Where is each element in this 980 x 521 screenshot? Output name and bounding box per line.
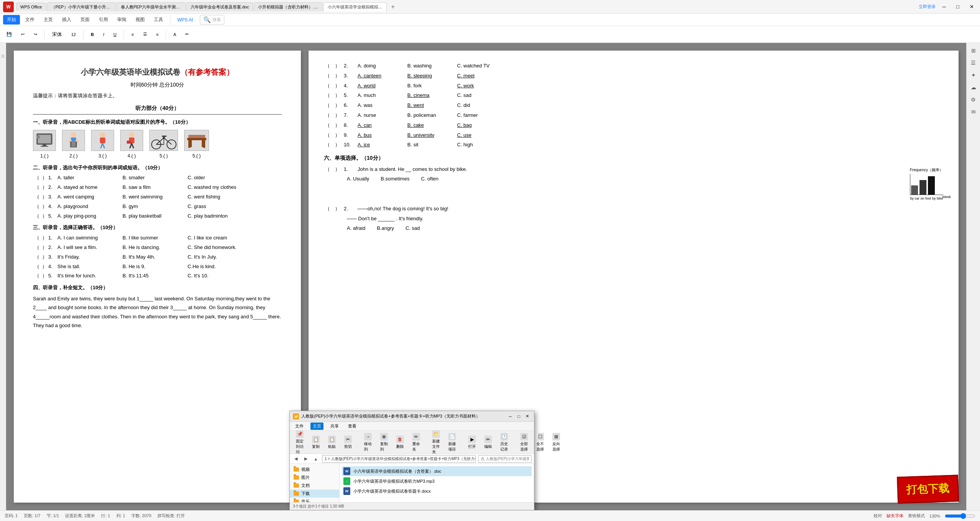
q1-image-1: 1.( ) xyxy=(33,130,56,160)
fm-new-item-btn[interactable]: 📄 新建项目 xyxy=(445,431,459,454)
download-badge-text: 打包下载 xyxy=(906,481,949,497)
fm-open-btn[interactable]: ▶ 打开 xyxy=(465,434,479,451)
toolbar-bold-btn[interactable]: B xyxy=(87,30,97,39)
right-icon-2[interactable]: ☰ xyxy=(969,58,978,67)
svg-point-27 xyxy=(163,137,165,139)
fm-sidebar-videos[interactable]: 视频 xyxy=(290,465,339,473)
fm-history-btn[interactable]: 🕐 历史记录 xyxy=(497,431,511,454)
svg-rect-12 xyxy=(100,138,105,143)
fm-paste-btn[interactable]: 📋 粘贴 xyxy=(325,434,339,451)
fm-rename-btn[interactable]: ✏ 重命名 xyxy=(409,431,423,454)
fm-close-button[interactable]: ✕ xyxy=(523,413,531,420)
fm-invert-select-btn[interactable]: ⊞ 反向选择 xyxy=(549,431,563,454)
close-button[interactable]: ✕ xyxy=(966,2,977,12)
title-tab-4[interactable]: 六年级毕业会考试卷及答案.doc xyxy=(186,2,253,11)
svg-line-24 xyxy=(164,138,172,144)
status-proofread[interactable]: 校对 xyxy=(874,513,882,519)
maximize-button[interactable]: □ xyxy=(952,2,963,12)
right-icon-6[interactable]: ✉ xyxy=(969,107,978,116)
menu-item-start[interactable]: 开始 xyxy=(3,15,20,25)
fm-edit-label: 编辑 xyxy=(484,444,492,449)
status-col: 列: 1 xyxy=(116,513,125,519)
fm-pin-access-btn[interactable]: 📌 固定到访问 xyxy=(293,429,307,456)
fm-delete-btn[interactable]: 🗑 删除 xyxy=(393,434,407,451)
fm-maximize-button[interactable]: □ xyxy=(515,413,523,420)
status-missing-font[interactable]: 缺失字体 xyxy=(887,513,903,519)
fm-move-btn[interactable]: → 移动到 xyxy=(361,431,375,454)
title-tab-1[interactable]: WPS Office xyxy=(16,3,46,11)
toolbar-align-right-btn[interactable]: ≡ xyxy=(153,30,162,39)
fm-sidebar-music[interactable]: 音乐 xyxy=(290,498,339,502)
right-icon-1[interactable]: ⊞ xyxy=(969,46,978,55)
doc-title-suffix: （有参考答案） xyxy=(180,68,234,76)
fm-back-button[interactable]: ◀ xyxy=(292,455,300,463)
menu-item-member[interactable]: 工具 xyxy=(150,15,167,25)
fm-sidebar-docs[interactable]: 文档 xyxy=(290,482,339,490)
title-tab-2[interactable]: （PEP）小学六年级下册小升初… xyxy=(47,2,116,11)
file-item-1[interactable]: W 小六年级英语毕业模拟模拟试卷（含答案）.doc xyxy=(342,466,532,476)
fm-menu-home[interactable]: 主页 xyxy=(310,423,323,430)
toolbar-font-size-btn[interactable]: 12 xyxy=(68,30,79,39)
fm-cut-btn[interactable]: ✂ 剪切 xyxy=(341,434,355,451)
fm-edit-btn[interactable]: ✏ 编辑 xyxy=(481,434,495,451)
fm-up-button[interactable]: ▲ xyxy=(312,455,320,463)
q1-img-1-icon xyxy=(33,130,56,151)
fm-delete-label: 删除 xyxy=(396,444,404,449)
svg-line-14 xyxy=(103,143,105,148)
fm-minimize-button[interactable]: ─ xyxy=(506,413,514,420)
zoom-slider[interactable] xyxy=(945,513,975,519)
fm-new-folder-btn[interactable]: 📁 新建文件夹 xyxy=(429,429,443,456)
fm-menu-share[interactable]: 共享 xyxy=(328,423,341,430)
title-tab-5[interactable]: 小升初模拟题（含听力材料）.doc xyxy=(254,2,323,11)
file-item-3[interactable]: W 小学六年级英语毕业模拟试卷答题卡.docx xyxy=(342,486,532,496)
toolbar-underline-btn[interactable]: U xyxy=(110,30,120,39)
fm-forward-button[interactable]: ▶ xyxy=(302,455,310,463)
toolbar-italic-btn[interactable]: I xyxy=(100,30,108,39)
fm-sidebar-images[interactable]: 图片 xyxy=(290,473,339,482)
login-button[interactable]: 立即登录 xyxy=(919,4,936,10)
right-icon-5[interactable]: ⚙ xyxy=(969,95,978,104)
fm-select-all-btn[interactable]: ☑ 全部选择 xyxy=(517,431,531,454)
q2-row-5: （） 5. A. play ping-pong B. play basketba… xyxy=(33,212,282,220)
q3-group: 三、听录音，选择正确答语。（10分） （） 1. A. I can swimmi… xyxy=(33,224,282,280)
minimize-button[interactable]: ─ xyxy=(939,2,949,12)
menu-item-page[interactable]: 插入 xyxy=(58,15,75,25)
status-draft[interactable]: 黄铁模式 xyxy=(908,513,925,519)
title-tab-6[interactable]: 小六年级英语学业模拟模拟… xyxy=(323,2,387,11)
svg-rect-29 xyxy=(187,138,206,140)
add-tab-button[interactable]: + xyxy=(387,2,398,12)
toolbar-font-btn[interactable]: 宋体 xyxy=(49,29,65,40)
fm-menu-view[interactable]: 查看 xyxy=(346,423,359,430)
toolbar-align-center-btn[interactable]: ☰ xyxy=(140,30,150,39)
menu-item-file[interactable]: 文件 xyxy=(21,15,38,25)
toolbar-save-btn[interactable]: 💾 xyxy=(3,30,15,39)
q1-img-2-icon xyxy=(62,130,85,151)
toolbar-highlight-btn[interactable]: ✏ xyxy=(182,30,192,39)
fm-path-bar[interactable]: 1 > 人教版(PEP)小学六年级英语毕业模拟模拟试卷+参考答案+答题卡+听力M… xyxy=(322,455,476,463)
menu-item-tools[interactable]: 视图 xyxy=(132,15,149,25)
menu-item-insert[interactable]: 主页 xyxy=(40,15,57,25)
chart-x-label: Week xyxy=(942,194,951,200)
file-item-2[interactable]: ♪ 小学六年级英语毕业模拟试卷听力MP3.mp3 xyxy=(342,476,532,486)
title-tab-3[interactable]: 春人教PEP六年级毕业水平测试卷(二)… xyxy=(117,2,186,11)
file-manager: 📁 人教版(PEP)小学六年级英语毕业模拟模拟试卷+参考答案+答题卡+听力MP3… xyxy=(289,411,534,510)
file-name-3: 小学六年级英语毕业模拟试卷答题卡.docx xyxy=(353,488,431,494)
right-icon-4[interactable]: ☁ xyxy=(969,83,978,92)
download-badge[interactable]: 打包下载 xyxy=(897,475,959,504)
toolbar-align-left-btn[interactable]: ≡ xyxy=(128,30,137,39)
menu-item-view[interactable]: 审阅 xyxy=(113,15,130,25)
fm-select-none-btn[interactable]: ☐ 全不选择 xyxy=(533,431,547,454)
right-icon-3[interactable]: ✦ xyxy=(969,70,978,80)
menu-item-wps-ai[interactable]: WPS AI xyxy=(173,16,197,24)
doc-notice: 温馨提示：请将答案填涂在答题卡上。 xyxy=(33,92,282,100)
fm-search-input[interactable] xyxy=(478,455,532,463)
status-zoom[interactable]: 130% xyxy=(929,514,940,518)
menu-item-ref[interactable]: 页面 xyxy=(77,15,93,25)
toolbar-color-btn[interactable]: A xyxy=(170,30,180,39)
toolbar-undo-btn[interactable]: ↩ xyxy=(18,30,28,39)
fm-copy-btn[interactable]: 📋 复制 xyxy=(309,434,323,451)
fm-copyto-btn[interactable]: ⊕ 复制到 xyxy=(377,431,391,454)
menu-item-review[interactable]: 引用 xyxy=(95,15,112,25)
fm-sidebar-downloads[interactable]: 下载 xyxy=(290,490,339,498)
toolbar-redo-btn[interactable]: ↪ xyxy=(30,30,41,39)
